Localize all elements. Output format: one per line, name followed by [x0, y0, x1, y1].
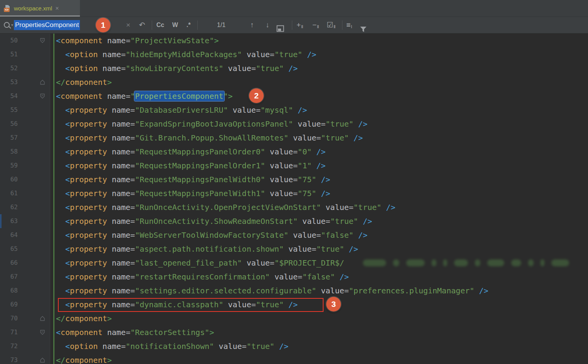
- token-c: </: [56, 78, 65, 87]
- token-b: />: [275, 342, 288, 351]
- regex-toggle[interactable]: .*: [186, 17, 191, 33]
- code-line-71[interactable]: 71<component name="ReactorSettings">: [0, 325, 588, 339]
- clear-search-icon[interactable]: ×: [124, 17, 133, 33]
- search-input[interactable]: PropertiesComponent: [14, 17, 107, 33]
- match-count: 1/1: [217, 17, 225, 33]
- token-b: />: [344, 244, 358, 254]
- token-b: />: [335, 272, 349, 281]
- token-c: >: [214, 36, 219, 45]
- code-line-58[interactable]: 58<property name="RequestMappingsPanelOr…: [0, 145, 588, 159]
- token-s: "ExpandSpringBootJavaOptionsPanel": [135, 119, 293, 129]
- open-in-find-window-icon[interactable]: [276, 22, 284, 29]
- token-e: =: [298, 272, 302, 281]
- token-t: component: [65, 78, 107, 87]
- search-in-selection-icon[interactable]: ≡I: [346, 17, 352, 35]
- annotation-badge-2: 2: [249, 88, 264, 103]
- code-line-64[interactable]: 64<property name="WebServerToolWindowFac…: [0, 228, 588, 242]
- code-line-69[interactable]: 69<property name="dynamic.classpath" val…: [0, 298, 588, 312]
- code-text: <property name="aspect.path.notification…: [65, 242, 358, 256]
- tab-close-icon[interactable]: ×: [55, 5, 59, 12]
- xml-file-icon: [4, 5, 11, 12]
- separator: [197, 20, 198, 30]
- line-number: 72: [0, 339, 18, 353]
- words-toggle[interactable]: W: [172, 17, 178, 33]
- token-e: =: [316, 133, 321, 142]
- next-occurrence-icon[interactable]: ↓: [263, 17, 272, 33]
- code-line-50[interactable]: 50<component name="ProjectViewState">: [0, 34, 588, 47]
- fold-start-icon[interactable]: [39, 329, 46, 335]
- token-a: name: [107, 258, 130, 267]
- line-number: 68: [0, 284, 18, 298]
- code-line-54[interactable]: 54<component name="PropertiesComponent">…: [0, 89, 588, 103]
- token-e: =: [130, 286, 135, 295]
- newline-icon[interactable]: ↶: [137, 17, 147, 33]
- code-line-52[interactable]: 52<option name="showLibraryContents" val…: [0, 61, 588, 75]
- token-a: value: [270, 272, 298, 281]
- token-s: "true": [330, 217, 358, 226]
- token-e: =: [130, 105, 135, 115]
- code-line-66[interactable]: 66<property name="last_opened_file_path"…: [0, 256, 588, 270]
- code-line-53[interactable]: 53</component>: [0, 75, 588, 89]
- fold-start-icon[interactable]: [39, 93, 46, 99]
- token-b: <: [65, 189, 70, 198]
- fold-end-icon[interactable]: [39, 79, 46, 85]
- code-line-62[interactable]: 62<property name="RunOnceActivity.OpenPr…: [0, 200, 588, 214]
- token-b: />: [381, 203, 395, 212]
- token-t: component: [65, 314, 107, 323]
- token-b: <: [65, 258, 70, 267]
- code-line-67[interactable]: 67<property name="restartRequiresConfirm…: [0, 270, 588, 284]
- line-number: 67: [0, 270, 18, 284]
- line-number: 55: [0, 103, 18, 117]
- token-e: =: [126, 36, 130, 45]
- token-a: name: [107, 230, 130, 240]
- select-all-occurrences-icon[interactable]: ☑II: [327, 17, 335, 35]
- code-line-57[interactable]: 57<property name="Git.Branch.Popup.ShowA…: [0, 131, 588, 145]
- tab-workspace-xml[interactable]: workspace.xml ×: [0, 0, 80, 17]
- token-t: component: [61, 328, 102, 337]
- code-line-59[interactable]: 59<property name="RequestMappingsPanelOr…: [0, 159, 588, 173]
- code-line-60[interactable]: 60<property name="RequestMappingsPanelWi…: [0, 173, 588, 186]
- remove-occurrence-icon[interactable]: −II: [312, 17, 319, 35]
- code-line-68[interactable]: 68<property name="settings.editor.select…: [0, 284, 588, 298]
- token-s: "RequestMappingsPanelWidth0": [135, 175, 265, 184]
- filter-icon[interactable]: [360, 22, 367, 28]
- token-b: />: [358, 217, 372, 226]
- fold-end-icon[interactable]: [39, 315, 46, 322]
- line-number: 70: [0, 312, 18, 325]
- match-case-toggle[interactable]: Cc: [156, 17, 164, 33]
- code-line-63[interactable]: 63<property name="RunOnceActivity.ShowRe…: [0, 214, 588, 228]
- code-text: <property name="DatabaseDriversLRU" valu…: [65, 103, 307, 117]
- code-text: <property name="RequestMappingsPanelWidt…: [65, 173, 330, 186]
- code-text: <property name="RunOnceActivity.ShowRead…: [65, 214, 372, 228]
- token-e: =: [121, 64, 126, 73]
- fold-end-icon[interactable]: [39, 357, 46, 363]
- code-line-73[interactable]: 73</component>: [0, 353, 588, 364]
- token-s: "true": [321, 133, 349, 142]
- token-s: "true": [247, 342, 275, 351]
- code-line-55[interactable]: 55<property name="DatabaseDriversLRU" va…: [0, 103, 588, 117]
- add-occurrence-icon[interactable]: +II: [297, 17, 303, 35]
- fold-start-icon[interactable]: [39, 37, 46, 44]
- previous-occurrence-icon[interactable]: ↑: [247, 17, 257, 33]
- token-t: property: [70, 272, 107, 281]
- token-b: <: [56, 328, 61, 337]
- token-b: <: [65, 217, 70, 226]
- line-number: 61: [0, 186, 18, 200]
- code-editor[interactable]: 50<component name="ProjectViewState">51<…: [0, 34, 588, 364]
- token-e: =: [130, 217, 135, 226]
- token-e: =: [293, 175, 298, 184]
- code-line-51[interactable]: 51<option name="hideEmptyMiddlePackages"…: [0, 47, 588, 61]
- code-line-72[interactable]: 72<option name="notificationShown" value…: [0, 339, 588, 353]
- token-c: </: [56, 314, 65, 323]
- code-text: </component>: [56, 353, 112, 364]
- code-line-56[interactable]: 56<property name="ExpandSpringBootJavaOp…: [0, 117, 588, 131]
- search-icon[interactable]: [4, 22, 13, 28]
- token-a: value: [265, 147, 293, 156]
- code-line-70[interactable]: 70</component>: [0, 312, 588, 325]
- code-line-65[interactable]: 65<property name="aspect.path.notificati…: [0, 242, 588, 256]
- token-s: "false": [302, 272, 335, 281]
- token-c: </: [56, 356, 65, 364]
- code-line-61[interactable]: 61<property name="RequestMappingsPanelWi…: [0, 186, 588, 200]
- line-number: 63: [0, 214, 18, 228]
- separator: [342, 20, 342, 30]
